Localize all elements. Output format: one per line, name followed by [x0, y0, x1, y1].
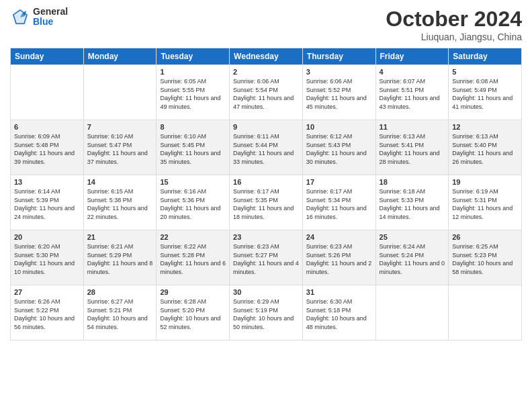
- day-number: 9: [233, 123, 299, 131]
- day-number: 2: [233, 68, 299, 76]
- day-number: 31: [306, 288, 372, 296]
- calendar-table: SundayMondayTuesdayWednesdayThursdayFrid…: [10, 48, 522, 340]
- calendar-cell: [11, 65, 84, 120]
- calendar-cell: 24Sunrise: 6:23 AM Sunset: 5:26 PM Dayli…: [302, 230, 375, 285]
- calendar-cell: 7Sunrise: 6:10 AM Sunset: 5:47 PM Daylig…: [83, 120, 157, 175]
- day-number: 7: [87, 123, 153, 131]
- day-info: Sunrise: 6:09 AM Sunset: 5:48 PM Dayligh…: [14, 132, 80, 166]
- calendar-cell: [83, 65, 157, 120]
- calendar-cell: 26Sunrise: 6:25 AM Sunset: 5:23 PM Dayli…: [449, 230, 522, 285]
- weekday-header-wednesday: Wednesday: [230, 48, 303, 65]
- day-number: 19: [452, 178, 518, 186]
- day-info: Sunrise: 6:22 AM Sunset: 5:28 PM Dayligh…: [160, 242, 226, 276]
- weekday-header-row: SundayMondayTuesdayWednesdayThursdayFrid…: [11, 48, 522, 65]
- calendar-cell: 30Sunrise: 6:29 AM Sunset: 5:19 PM Dayli…: [230, 285, 303, 340]
- day-number: 30: [233, 288, 299, 296]
- calendar-cell: 3Sunrise: 6:06 AM Sunset: 5:52 PM Daylig…: [302, 65, 375, 120]
- day-number: 23: [233, 233, 299, 241]
- week-row-1: 1Sunrise: 6:05 AM Sunset: 5:55 PM Daylig…: [11, 65, 522, 120]
- day-info: Sunrise: 6:23 AM Sunset: 5:26 PM Dayligh…: [306, 242, 372, 276]
- calendar-cell: 28Sunrise: 6:27 AM Sunset: 5:21 PM Dayli…: [83, 285, 157, 340]
- day-number: 20: [14, 233, 80, 241]
- day-info: Sunrise: 6:23 AM Sunset: 5:27 PM Dayligh…: [233, 242, 299, 276]
- day-info: Sunrise: 6:19 AM Sunset: 5:31 PM Dayligh…: [452, 187, 518, 221]
- day-number: 11: [380, 123, 445, 131]
- day-number: 4: [380, 68, 445, 76]
- day-info: Sunrise: 6:15 AM Sunset: 5:38 PM Dayligh…: [87, 187, 153, 221]
- calendar-cell: 23Sunrise: 6:23 AM Sunset: 5:27 PM Dayli…: [230, 230, 303, 285]
- calendar-cell: 18Sunrise: 6:18 AM Sunset: 5:33 PM Dayli…: [375, 175, 449, 230]
- location: Liuquan, Jiangsu, China: [386, 32, 522, 42]
- calendar-cell: 11Sunrise: 6:13 AM Sunset: 5:41 PM Dayli…: [375, 120, 449, 175]
- day-number: 3: [306, 68, 372, 76]
- day-number: 22: [160, 233, 226, 241]
- calendar-cell: 17Sunrise: 6:17 AM Sunset: 5:34 PM Dayli…: [302, 175, 375, 230]
- calendar-cell: 16Sunrise: 6:17 AM Sunset: 5:35 PM Dayli…: [230, 175, 303, 230]
- day-info: Sunrise: 6:14 AM Sunset: 5:39 PM Dayligh…: [14, 187, 80, 221]
- calendar-cell: 19Sunrise: 6:19 AM Sunset: 5:31 PM Dayli…: [449, 175, 522, 230]
- day-info: Sunrise: 6:11 AM Sunset: 5:44 PM Dayligh…: [233, 132, 299, 166]
- day-number: 26: [452, 233, 518, 241]
- day-number: 1: [160, 68, 226, 76]
- calendar-cell: 14Sunrise: 6:15 AM Sunset: 5:38 PM Dayli…: [83, 175, 157, 230]
- day-number: 18: [380, 178, 445, 186]
- day-number: 14: [87, 178, 153, 186]
- header: General Blue October 2024 Liuquan, Jiang…: [10, 7, 522, 42]
- calendar-cell: 29Sunrise: 6:28 AM Sunset: 5:20 PM Dayli…: [157, 285, 230, 340]
- calendar-cell: 6Sunrise: 6:09 AM Sunset: 5:48 PM Daylig…: [11, 120, 84, 175]
- logo-blue: Blue: [33, 17, 68, 27]
- weekday-header-monday: Monday: [83, 48, 157, 65]
- day-info: Sunrise: 6:29 AM Sunset: 5:19 PM Dayligh…: [233, 298, 299, 331]
- calendar-cell: 15Sunrise: 6:16 AM Sunset: 5:36 PM Dayli…: [157, 175, 230, 230]
- day-number: 15: [160, 178, 226, 186]
- calendar-cell: 31Sunrise: 6:30 AM Sunset: 5:18 PM Dayli…: [302, 285, 375, 340]
- calendar-cell: 8Sunrise: 6:10 AM Sunset: 5:45 PM Daylig…: [157, 120, 230, 175]
- day-number: 6: [14, 123, 80, 131]
- calendar-cell: 2Sunrise: 6:06 AM Sunset: 5:54 PM Daylig…: [230, 65, 303, 120]
- calendar-cell: 20Sunrise: 6:20 AM Sunset: 5:30 PM Dayli…: [11, 230, 84, 285]
- calendar-cell: 9Sunrise: 6:11 AM Sunset: 5:44 PM Daylig…: [230, 120, 303, 175]
- day-info: Sunrise: 6:26 AM Sunset: 5:22 PM Dayligh…: [14, 298, 80, 331]
- day-number: 25: [380, 233, 445, 241]
- day-number: 29: [160, 288, 226, 296]
- weekday-header-thursday: Thursday: [302, 48, 375, 65]
- day-info: Sunrise: 6:05 AM Sunset: 5:55 PM Dayligh…: [160, 77, 226, 111]
- week-row-5: 27Sunrise: 6:26 AM Sunset: 5:22 PM Dayli…: [11, 285, 522, 340]
- logo-general: General: [33, 7, 68, 17]
- day-info: Sunrise: 6:18 AM Sunset: 5:33 PM Dayligh…: [380, 187, 445, 221]
- week-row-4: 20Sunrise: 6:20 AM Sunset: 5:30 PM Dayli…: [11, 230, 522, 285]
- calendar-cell: 13Sunrise: 6:14 AM Sunset: 5:39 PM Dayli…: [11, 175, 84, 230]
- weekday-header-sunday: Sunday: [11, 48, 84, 65]
- day-info: Sunrise: 6:17 AM Sunset: 5:35 PM Dayligh…: [233, 187, 299, 221]
- day-info: Sunrise: 6:10 AM Sunset: 5:45 PM Dayligh…: [160, 132, 226, 166]
- day-info: Sunrise: 6:28 AM Sunset: 5:20 PM Dayligh…: [160, 298, 226, 331]
- day-info: Sunrise: 6:13 AM Sunset: 5:40 PM Dayligh…: [452, 132, 518, 166]
- calendar-cell: 10Sunrise: 6:12 AM Sunset: 5:43 PM Dayli…: [302, 120, 375, 175]
- day-number: 16: [233, 178, 299, 186]
- day-number: 28: [87, 288, 153, 296]
- day-info: Sunrise: 6:06 AM Sunset: 5:52 PM Dayligh…: [306, 77, 372, 111]
- day-info: Sunrise: 6:07 AM Sunset: 5:51 PM Dayligh…: [380, 77, 445, 111]
- calendar-cell: 1Sunrise: 6:05 AM Sunset: 5:55 PM Daylig…: [157, 65, 230, 120]
- day-info: Sunrise: 6:20 AM Sunset: 5:30 PM Dayligh…: [14, 242, 80, 276]
- day-info: Sunrise: 6:16 AM Sunset: 5:36 PM Dayligh…: [160, 187, 226, 221]
- calendar-page: General Blue October 2024 Liuquan, Jiang…: [0, 0, 532, 411]
- day-info: Sunrise: 6:10 AM Sunset: 5:47 PM Dayligh…: [87, 132, 153, 166]
- calendar-cell: 21Sunrise: 6:21 AM Sunset: 5:29 PM Dayli…: [83, 230, 157, 285]
- weekday-header-friday: Friday: [375, 48, 449, 65]
- logo: General Blue: [10, 7, 68, 28]
- day-info: Sunrise: 6:30 AM Sunset: 5:18 PM Dayligh…: [306, 298, 372, 331]
- calendar-cell: [449, 285, 522, 340]
- calendar-cell: 25Sunrise: 6:24 AM Sunset: 5:24 PM Dayli…: [375, 230, 449, 285]
- day-info: Sunrise: 6:27 AM Sunset: 5:21 PM Dayligh…: [87, 298, 153, 331]
- day-number: 27: [14, 288, 80, 296]
- day-info: Sunrise: 6:17 AM Sunset: 5:34 PM Dayligh…: [306, 187, 372, 221]
- calendar-cell: 22Sunrise: 6:22 AM Sunset: 5:28 PM Dayli…: [157, 230, 230, 285]
- day-info: Sunrise: 6:08 AM Sunset: 5:49 PM Dayligh…: [452, 77, 518, 111]
- day-info: Sunrise: 6:25 AM Sunset: 5:23 PM Dayligh…: [452, 242, 518, 276]
- day-info: Sunrise: 6:24 AM Sunset: 5:24 PM Dayligh…: [380, 242, 445, 276]
- day-info: Sunrise: 6:12 AM Sunset: 5:43 PM Dayligh…: [306, 132, 372, 166]
- calendar-cell: 27Sunrise: 6:26 AM Sunset: 5:22 PM Dayli…: [11, 285, 84, 340]
- day-number: 5: [452, 68, 518, 76]
- day-number: 10: [306, 123, 372, 131]
